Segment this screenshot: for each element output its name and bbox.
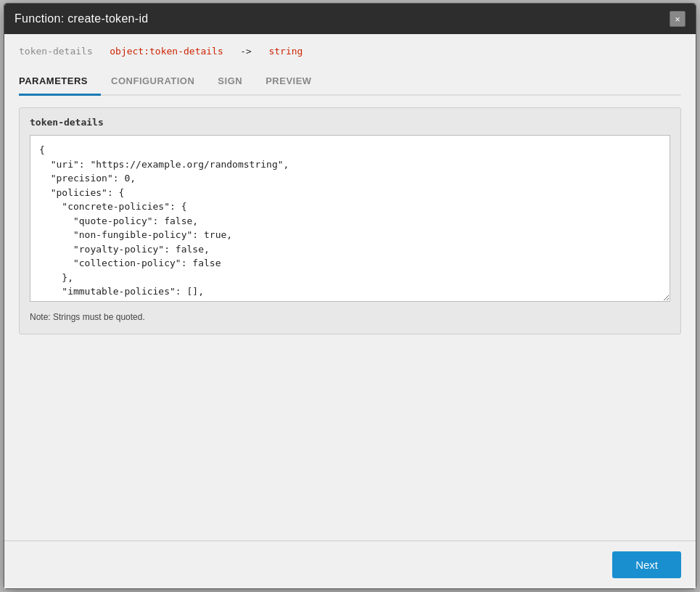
param-label: token-details [30, 117, 670, 128]
param-section: token-details { "uri": "https://example.… [19, 107, 681, 334]
modal-title: Function: create-token-id [15, 12, 148, 25]
next-button[interactable]: Next [612, 551, 681, 578]
sig-param-type: object:token-details [110, 46, 223, 57]
close-button[interactable]: × [670, 11, 685, 27]
sig-param-name: token-details [19, 46, 93, 57]
note-text: Note: Strings must be quoted. [30, 309, 670, 325]
tab-parameters[interactable]: PARAMETERS [19, 70, 101, 96]
sig-return-type: string [268, 46, 302, 57]
modal-body: token-details object:token-details -> st… [4, 34, 696, 540]
modal-footer: Next [4, 540, 696, 588]
tab-content: token-details { "uri": "https://example.… [19, 96, 681, 540]
json-editor[interactable]: { "uri": "https://example.org/randomstri… [30, 135, 670, 302]
tab-sign[interactable]: SIGN [218, 70, 255, 96]
tab-bar: PARAMETERS CONFIGURATION SIGN PREVIEW [19, 70, 681, 96]
modal-container: Function: create-token-id × token-detail… [4, 3, 696, 589]
modal-header: Function: create-token-id × [4, 4, 696, 34]
function-signature: token-details object:token-details -> st… [19, 46, 681, 57]
tab-preview[interactable]: PREVIEW [265, 70, 324, 96]
sig-arrow: -> [240, 46, 252, 57]
tab-configuration[interactable]: CONFIGURATION [111, 70, 207, 96]
